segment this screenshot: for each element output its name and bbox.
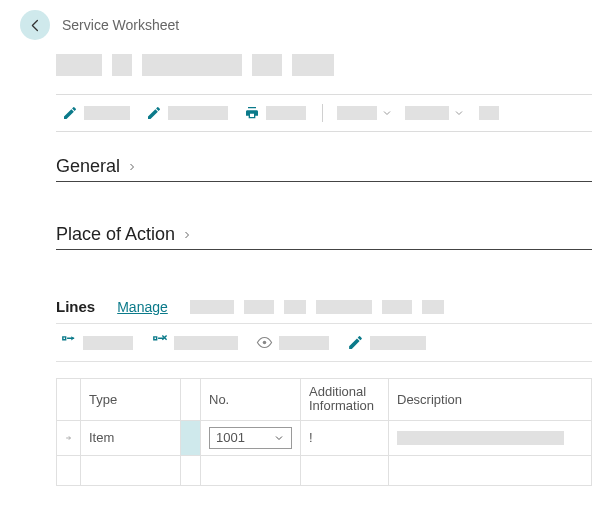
back-button[interactable]	[20, 10, 50, 40]
toolbar-overflow[interactable]	[479, 106, 499, 120]
col-no[interactable]: No.	[201, 379, 301, 421]
tabs-redacted	[190, 300, 444, 314]
col-description[interactable]: Description	[389, 379, 592, 421]
cell-highlight[interactable]	[181, 420, 201, 455]
col-selector	[57, 379, 81, 421]
cell-type[interactable]: Item	[81, 420, 181, 455]
section-place-of-action-header[interactable]: Place of Action	[56, 224, 592, 247]
separator	[322, 104, 323, 122]
pointer-right-icon	[65, 432, 72, 444]
record-title-redacted	[56, 54, 592, 76]
col-type[interactable]: Type	[81, 379, 181, 421]
lines-grid: Type No. Additional Information Descript…	[56, 378, 592, 486]
row-indicator[interactable]	[57, 420, 81, 455]
lines-tabstrip: Lines Manage	[56, 298, 592, 315]
no-lookup-field[interactable]: 1001	[209, 427, 292, 449]
cell-no[interactable]: 1001	[201, 420, 301, 455]
col-additional-info[interactable]: Additional Information	[301, 379, 389, 421]
section-place-of-action-label: Place of Action	[56, 224, 175, 245]
toolbar-dropdown-1[interactable]	[333, 104, 397, 122]
pencil-icon	[62, 105, 78, 121]
section-divider	[56, 249, 592, 250]
toolbar-edit-1[interactable]	[56, 103, 136, 123]
section-general-header[interactable]: General	[56, 156, 592, 179]
lines-action-view[interactable]	[252, 332, 333, 353]
lines-title: Lines	[56, 298, 95, 315]
chevron-down-icon	[453, 107, 465, 119]
toolbar-edit-2[interactable]	[140, 103, 234, 123]
arrow-left-icon	[28, 18, 43, 33]
lines-action-edit[interactable]	[343, 332, 430, 353]
table-row[interactable]: Item 1001 !	[57, 420, 592, 455]
pencil-icon	[347, 334, 364, 351]
toolbar-dropdown-2[interactable]	[401, 104, 469, 122]
chevron-right-icon	[181, 229, 193, 241]
page-title: Service Worksheet	[62, 17, 179, 33]
lines-action-delete[interactable]	[147, 332, 242, 353]
lines-subtoolbar	[56, 323, 592, 362]
tab-manage[interactable]: Manage	[117, 299, 168, 315]
no-value: 1001	[216, 430, 245, 445]
action-toolbar	[56, 94, 592, 132]
cell-description[interactable]	[389, 420, 592, 455]
eye-icon	[256, 334, 273, 351]
description-redacted	[397, 431, 564, 445]
cell-additional-info-warning[interactable]: !	[301, 420, 389, 455]
section-general-label: General	[56, 156, 120, 177]
insert-line-icon	[60, 334, 77, 351]
toolbar-print[interactable]	[238, 103, 312, 123]
lines-action-insert[interactable]	[56, 332, 137, 353]
chevron-down-icon	[273, 432, 285, 444]
pencil-icon	[146, 105, 162, 121]
col-spacer	[181, 379, 201, 421]
printer-icon	[244, 105, 260, 121]
section-divider	[56, 181, 592, 182]
table-row-empty[interactable]	[57, 455, 592, 485]
chevron-right-icon	[126, 161, 138, 173]
delete-line-icon	[151, 334, 168, 351]
table-header-row: Type No. Additional Information Descript…	[57, 379, 592, 421]
svg-point-0	[263, 341, 267, 345]
chevron-down-icon	[381, 107, 393, 119]
